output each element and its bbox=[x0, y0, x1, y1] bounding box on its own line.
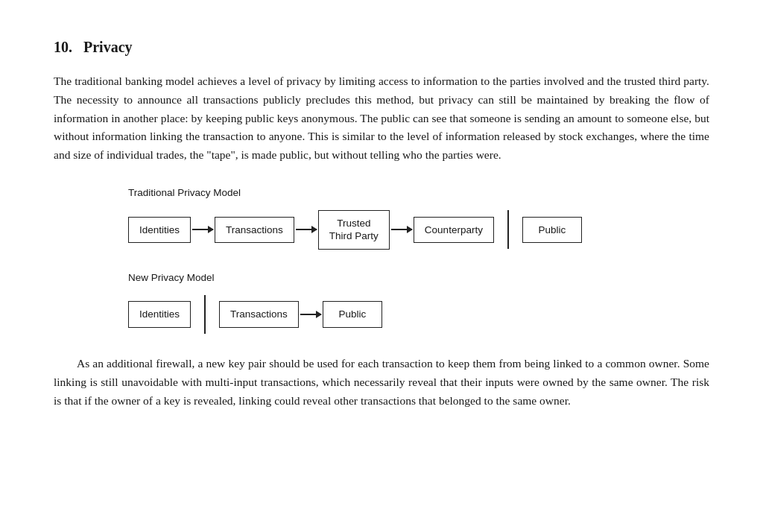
arrow-line-4 bbox=[300, 314, 321, 315]
arrow-2 bbox=[296, 229, 317, 230]
body-paragraph: The traditional banking model achieves a… bbox=[54, 72, 709, 165]
traditional-model-row: Identities Transactions TrustedThird Par… bbox=[128, 210, 709, 250]
footer-paragraph: As an additional firewall, a new key pai… bbox=[54, 355, 709, 410]
arrow-4 bbox=[300, 314, 321, 315]
section-heading-text: Privacy bbox=[83, 39, 133, 55]
new-model-label: New Privacy Model bbox=[128, 270, 709, 286]
vertical-bar-1 bbox=[507, 210, 509, 249]
arrow-line-2 bbox=[296, 229, 317, 230]
diagrams-area: Traditional Privacy Model Identities Tra… bbox=[54, 186, 709, 334]
box-public-1: Public bbox=[522, 217, 582, 244]
vertical-bar-2 bbox=[204, 295, 206, 334]
new-model-row: Identities Transactions Public bbox=[128, 295, 709, 334]
section-number: 10. bbox=[54, 39, 72, 55]
box-identities-2: Identities bbox=[128, 301, 191, 328]
arrow-1 bbox=[192, 229, 213, 230]
section-title: 10. Privacy bbox=[54, 36, 709, 59]
box-trusted-third-party: TrustedThird Party bbox=[318, 210, 390, 250]
box-transactions-1: Transactions bbox=[215, 217, 294, 244]
box-transactions-2: Transactions bbox=[219, 301, 299, 328]
page: 10. Privacy The traditional banking mode… bbox=[0, 0, 763, 532]
arrow-line-3 bbox=[391, 229, 412, 230]
arrow-3 bbox=[391, 229, 412, 230]
traditional-model-label: Traditional Privacy Model bbox=[128, 186, 709, 201]
box-counterparty: Counterparty bbox=[414, 217, 494, 244]
arrow-line-1 bbox=[192, 229, 213, 230]
box-identities-1: Identities bbox=[128, 217, 191, 244]
box-public-2: Public bbox=[323, 301, 382, 328]
